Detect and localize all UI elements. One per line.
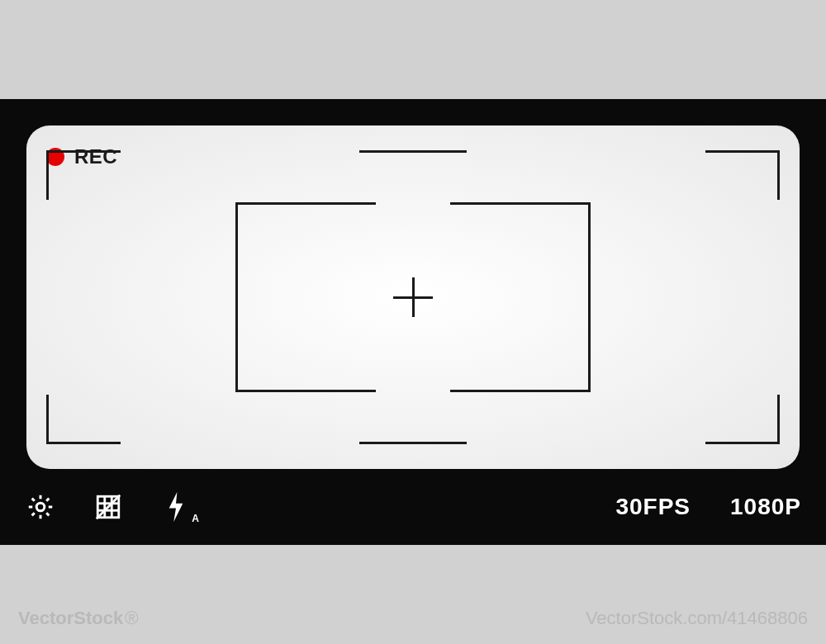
frame-marker (359, 442, 467, 444)
focus-brackets (235, 202, 591, 392)
flash-mode-button[interactable]: A (160, 491, 192, 523)
recording-indicator: REC (46, 145, 117, 168)
camera-toolbar: A 30FPS 1080P (0, 469, 826, 545)
svg-line-6 (97, 495, 120, 519)
grid-off-icon (94, 493, 122, 521)
flash-icon (166, 492, 186, 522)
frame-corner (46, 442, 121, 444)
viewfinder[interactable]: REC (26, 125, 800, 469)
camera-ui: REC (0, 99, 826, 545)
frame-corner (777, 395, 780, 444)
frame-corner (777, 150, 780, 200)
flash-mode-label: A (192, 513, 200, 524)
frame-corner (46, 150, 121, 153)
recording-label: REC (74, 145, 117, 168)
frame-corner (705, 442, 780, 444)
frame-marker (359, 150, 467, 153)
settings-button[interactable] (25, 491, 56, 523)
watermark-id: VectorStock.com/41468806 (586, 608, 808, 629)
frame-corner (705, 150, 780, 153)
svg-point-0 (36, 503, 45, 511)
resolution-indicator: 1080P (730, 494, 801, 520)
fps-indicator: 30FPS (615, 494, 691, 520)
watermark-brand: VectorStock® (18, 608, 138, 629)
grid-toggle-button[interactable] (93, 491, 124, 523)
frame-corner (46, 150, 49, 200)
frame-corner (46, 395, 49, 444)
gear-icon (26, 492, 55, 522)
